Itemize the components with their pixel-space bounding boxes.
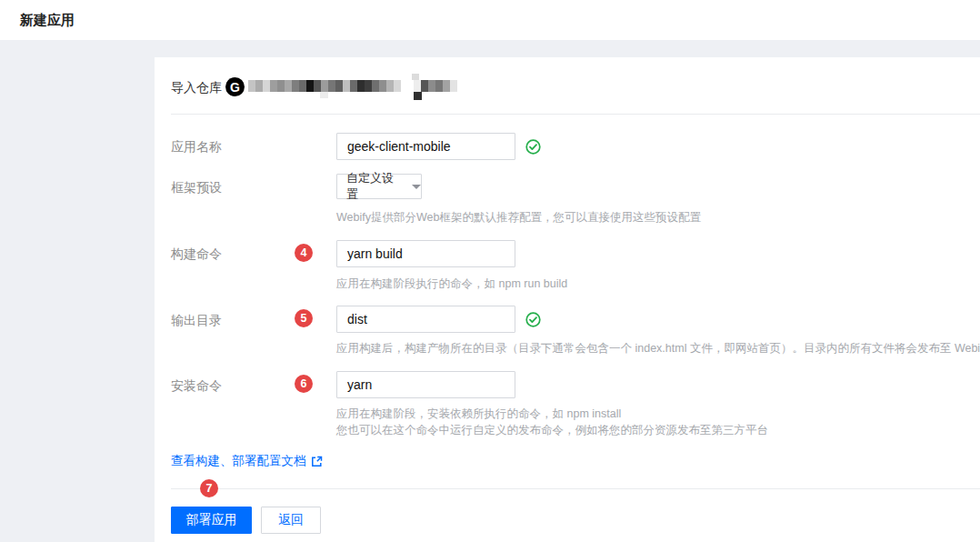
step-badge-7: 7 [200,479,218,497]
install-command-help-line1: 应用在构建阶段，安装依赖所执行的命令，如 npm install [336,406,621,422]
install-command-label: 安装命令 [171,378,222,395]
repo-section-divider [171,114,980,115]
docs-link-label: 查看构建、部署配置文档 [171,453,306,469]
output-dir-help: 应用构建后，构建产物所在的目录（目录下通常会包含一个 index.html 文件… [336,341,980,356]
build-deploy-docs-link[interactable]: 查看构建、部署配置文档 [171,453,323,469]
output-dir-label: 输出目录 [171,313,222,329]
page-title: 新建应用 [20,12,75,29]
build-command-input[interactable] [336,240,515,267]
framework-preset-label: 框架预设 [171,180,222,196]
back-button[interactable]: 返回 [261,507,321,534]
framework-preset-help: Webify提供部分Web框架的默认推荐配置，您可以直接使用这些预设配置 [336,210,701,226]
redacted-repo-name [248,80,401,92]
deploy-app-button[interactable]: 部署应用 [171,507,252,534]
new-app-form-card: 导入仓库： G 应用名称 框架预设 自定义设置 Webify提供部分Web框架的… [155,57,980,542]
app-name-valid-check-icon [525,139,541,155]
step-badge-6: 6 [295,375,313,393]
install-command-input[interactable] [336,371,515,398]
external-link-icon [311,456,323,467]
build-command-help: 应用在构建阶段执行的命令，如 npm run build [336,276,567,292]
page-header: 新建应用 [0,0,980,40]
gitee-icon: G [225,77,245,96]
install-command-help-line2: 您也可以在这个命令中运行自定义的发布命令，例如将您的部分资源发布至第三方平台 [336,423,768,438]
footer-divider [171,488,980,489]
app-name-label: 应用名称 [171,139,222,156]
step-badge-4: 4 [295,244,313,262]
framework-preset-value: 自定义设置 [346,170,405,203]
framework-preset-select[interactable]: 自定义设置 [336,174,422,199]
redaction-block [414,92,422,100]
output-dir-input[interactable] [336,306,515,333]
redaction-block [412,74,419,80]
build-command-label: 构建命令 [171,246,222,263]
chevron-down-icon [412,185,421,189]
output-dir-valid-check-icon [525,312,541,327]
redaction-block [320,92,328,98]
redacted-repo-branch [414,80,457,92]
app-name-input[interactable] [336,133,515,160]
step-badge-5: 5 [295,309,313,327]
